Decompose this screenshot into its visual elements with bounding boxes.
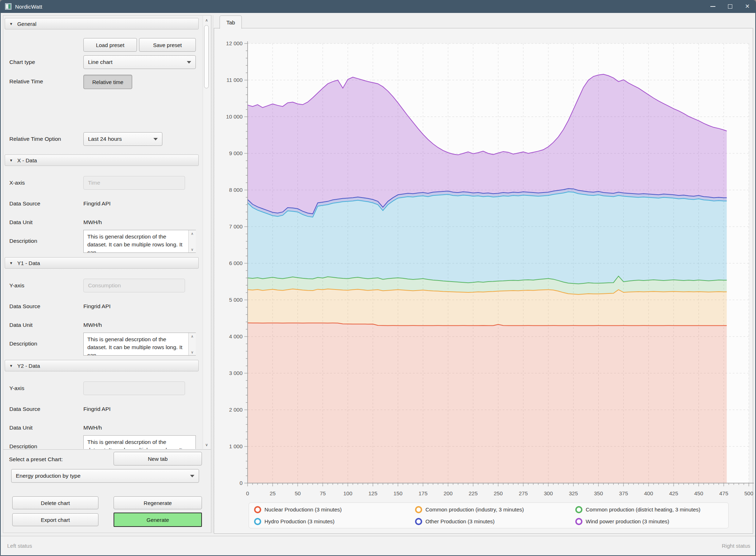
chevron-down-icon — [190, 475, 194, 477]
series-ring-icon — [575, 518, 582, 525]
svg-text:300: 300 — [544, 490, 553, 496]
chart-tab[interactable]: Tab — [220, 15, 242, 29]
chart-type-value: Line chart — [88, 59, 112, 65]
svg-text:225: 225 — [469, 490, 478, 496]
series-ring-icon — [254, 506, 261, 513]
description-label: Description — [9, 238, 37, 244]
svg-text:7 000: 7 000 — [229, 223, 243, 230]
maximize-icon — [728, 4, 732, 9]
section-header-y1-data[interactable]: ▼ Y1 - Data — [5, 257, 199, 269]
generate-button[interactable]: Generate — [114, 513, 202, 527]
y1-axis-label: Y-axis — [9, 282, 24, 289]
relative-time-toggle[interactable]: Relative time — [83, 75, 132, 89]
regenerate-button[interactable]: Regenerate — [114, 496, 202, 509]
svg-text:50: 50 — [295, 490, 301, 496]
minimize-button[interactable] — [704, 0, 722, 13]
section-title: X - Data — [17, 157, 37, 163]
svg-text:12 000: 12 000 — [226, 40, 243, 46]
panel-splitter[interactable] — [212, 15, 213, 533]
data-source-value: Fingrid API — [83, 200, 111, 207]
scroll-down-icon[interactable]: ∨ — [189, 349, 196, 355]
svg-text:4 000: 4 000 — [229, 333, 243, 339]
status-right: Right status — [722, 543, 750, 549]
maximize-button[interactable] — [722, 0, 739, 13]
preset-chart-value: Energy production by type — [16, 473, 80, 479]
load-preset-button[interactable]: Load preset — [83, 38, 137, 52]
scrollbar-thumb[interactable] — [204, 25, 209, 88]
textarea-scrollbar[interactable]: ∧ ∨ — [188, 333, 196, 355]
section-header-y2-data[interactable]: ▼ Y2 - Data — [5, 360, 199, 371]
preset-chart-select[interactable]: Energy production by type — [11, 469, 199, 483]
window-controls: ✕ — [704, 0, 756, 13]
svg-text:100: 100 — [343, 490, 352, 496]
y1-axis-value: Consumption — [88, 282, 121, 289]
legend-item-nuclear[interactable]: Nuclear Productionn (3 minutes) — [254, 506, 415, 513]
scroll-down-icon[interactable]: ∨ — [203, 441, 210, 448]
export-chart-button[interactable]: Export chart — [12, 513, 98, 526]
close-icon: ✕ — [745, 4, 750, 9]
minimize-icon — [710, 6, 715, 7]
section-title: Y2 - Data — [17, 363, 40, 369]
close-button[interactable]: ✕ — [739, 0, 756, 13]
section-header-x-data[interactable]: ▼ X - Data — [5, 154, 199, 166]
svg-text:500: 500 — [744, 490, 753, 496]
settings-scrollbar[interactable]: ∧ ∨ — [203, 16, 210, 449]
svg-text:175: 175 — [419, 490, 428, 496]
relative-time-option-value: Last 24 hours — [88, 136, 122, 142]
section-header-general[interactable]: ▼ General — [5, 18, 199, 29]
svg-text:5 000: 5 000 — [229, 297, 243, 303]
main-area: ▼ General Load preset Save preset Chart … — [1, 13, 755, 536]
svg-text:250: 250 — [494, 490, 503, 496]
svg-text:6 000: 6 000 — [229, 260, 243, 266]
delete-chart-button[interactable]: Delete chart — [12, 496, 98, 509]
scroll-down-icon[interactable]: ∨ — [189, 246, 196, 252]
svg-text:10 000: 10 000 — [226, 113, 243, 120]
legend-item-wind[interactable]: Wind power production (3 minutes) — [575, 518, 728, 525]
section-title: Y1 - Data — [17, 260, 40, 266]
data-unit-label: Data Unit — [9, 219, 33, 226]
title-bar[interactable]: NordicWatt ✕ — [0, 0, 756, 13]
scroll-up-icon[interactable]: ∧ — [189, 333, 196, 339]
scroll-up-icon[interactable]: ∧ — [203, 17, 210, 24]
save-preset-button[interactable]: Save preset — [139, 38, 196, 52]
status-bar: Left status Right status — [1, 536, 755, 555]
svg-text:425: 425 — [669, 490, 678, 496]
legend-item-hydro[interactable]: Hydro Production (3 minutes) — [254, 518, 415, 525]
y2-description-textarea[interactable]: This is general descrption of the datase… — [83, 435, 196, 449]
x-description-textarea[interactable]: This is general descrption of the datase… — [83, 230, 196, 253]
svg-text:0: 0 — [240, 480, 243, 486]
new-tab-button[interactable]: New tab — [114, 452, 202, 465]
settings-scroll-area: ▼ General Load preset Save preset Chart … — [4, 16, 202, 449]
stacked-area-chart[interactable]: 01 0002 0003 0004 0005 0006 0007 0008 00… — [215, 29, 755, 502]
collapse-arrow-icon: ▼ — [9, 22, 13, 26]
legend-item-common-district-heating[interactable]: Common production (district heating, 3 m… — [575, 506, 728, 513]
chart-tab-content: 01 0002 0003 0004 0005 0006 0007 0008 00… — [214, 28, 753, 534]
y1-description-textarea[interactable]: This is general descrption of the datase… — [83, 333, 196, 356]
chart-type-select[interactable]: Line chart — [83, 55, 196, 69]
settings-panel: ▼ General Load preset Save preset Chart … — [3, 15, 211, 533]
relative-time-option-select[interactable]: Last 24 hours — [83, 132, 162, 146]
data-source-value: Fingrid API — [83, 303, 111, 310]
x-axis-label: X-axis — [9, 180, 25, 186]
scroll-up-icon[interactable]: ∧ — [189, 230, 196, 237]
description-label: Description — [9, 340, 37, 347]
svg-text:9 000: 9 000 — [229, 150, 243, 156]
svg-text:8 000: 8 000 — [229, 187, 243, 193]
svg-text:3 000: 3 000 — [229, 370, 243, 376]
collapse-arrow-icon: ▼ — [9, 158, 13, 162]
x-axis-value: Time — [88, 180, 100, 186]
x-axis-select: Time — [83, 176, 185, 190]
legend-item-other[interactable]: Other Production (3 minutes) — [415, 518, 575, 525]
status-left: Left status — [7, 543, 32, 549]
app-icon — [5, 3, 11, 10]
section-title: General — [17, 21, 36, 27]
svg-text:75: 75 — [320, 490, 326, 496]
series-ring-icon — [254, 518, 261, 525]
legend-item-common-industry[interactable]: Common production (industry, 3 minutes) — [415, 506, 575, 513]
data-source-label: Data Source — [9, 406, 40, 412]
svg-text:125: 125 — [368, 490, 377, 496]
window-title: NordicWatt — [15, 4, 42, 10]
textarea-scrollbar[interactable]: ∧ ∨ — [188, 230, 196, 252]
svg-text:25: 25 — [269, 490, 276, 496]
series-ring-icon — [415, 518, 422, 525]
